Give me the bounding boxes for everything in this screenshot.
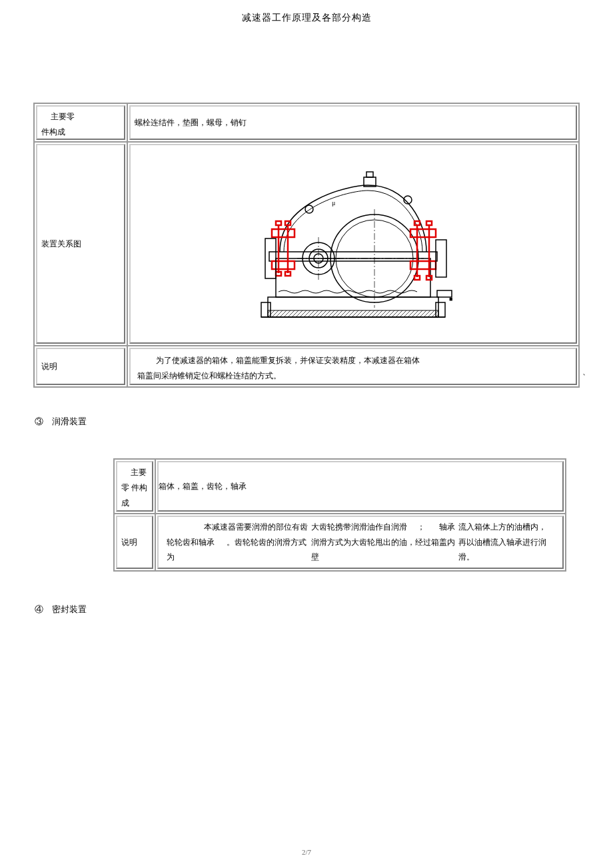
svg-rect-34 bbox=[414, 276, 420, 280]
description-label: 说明 bbox=[41, 359, 57, 374]
svg-rect-29 bbox=[410, 261, 436, 269]
diagram-label: 装置关系图 bbox=[41, 236, 81, 252]
page-header: 减速器工作原理及各部分构造 bbox=[0, 0, 613, 24]
diagram-mark-right: ■ bbox=[449, 296, 452, 302]
svg-rect-35 bbox=[426, 276, 432, 280]
diagram-cell: μ ■ bbox=[129, 144, 577, 344]
desc-line3: 流入箱体上方的油槽内，再以油槽流入轴承进行润滑。 bbox=[458, 520, 554, 565]
section-marker: ③ bbox=[35, 416, 43, 426]
gearbox-diagram: μ ■ bbox=[249, 160, 457, 328]
svg-rect-24 bbox=[285, 221, 291, 225]
document-title: 减速器工作原理及各部分构造 bbox=[242, 13, 372, 23]
svg-rect-26 bbox=[285, 272, 291, 276]
desc-line2: 大齿轮携带润滑油作自润滑 ； 轴承润滑方式为大齿轮甩出的油，经过箱盖内壁 bbox=[311, 520, 459, 565]
label-line1: 主要 bbox=[121, 465, 147, 480]
svg-rect-33 bbox=[426, 221, 432, 225]
overhang-punct: 、 bbox=[582, 366, 590, 378]
svg-point-8 bbox=[305, 205, 313, 213]
description-line2: 箱盖间采纳锥销定位和螺栓连结的方式。 bbox=[137, 368, 569, 384]
diagram-label-cell: 装置关系图 bbox=[36, 144, 125, 344]
svg-rect-27 bbox=[265, 238, 276, 278]
section-title: 密封装置 bbox=[52, 604, 87, 614]
svg-rect-1 bbox=[268, 310, 438, 317]
parts-label-cell: 主要 零 件构 成 bbox=[116, 461, 153, 512]
label-text-line1: 主要零 bbox=[41, 109, 75, 125]
page-footer: 2/7 bbox=[0, 848, 613, 856]
description-label: 说明 bbox=[121, 535, 137, 550]
table-row: 说明 为了使减速器的箱体，箱盖能重复拆装，并保证安装精度，本减速器在箱体 箱盖间… bbox=[34, 346, 579, 387]
content-area: 主要零 件构成 螺栓连结件，垫圈，螺母，销钉 装置关系图 bbox=[0, 103, 613, 616]
desc-l2b: ； bbox=[417, 522, 425, 532]
description-line1: 为了使减速器的箱体，箱盖能重复拆装，并保证安装精度，本减速器在箱体 bbox=[137, 353, 569, 368]
svg-rect-23 bbox=[276, 221, 281, 225]
parts-value: 螺栓连结件，垫圈，螺母，销钉 bbox=[135, 115, 247, 131]
svg-rect-7 bbox=[366, 172, 373, 177]
label-line3: 成 bbox=[121, 498, 129, 508]
parts-value: 箱体，箱盖，齿轮，轴承 bbox=[159, 479, 247, 494]
desc-line1: 本减速器需要润滑的部位有齿轮轮齿和轴承 。齿轮轮齿的润滑方式为 bbox=[167, 520, 311, 565]
parts-value-cell: 箱体，箱盖，齿轮，轴承 bbox=[157, 461, 564, 512]
table-row: 主要 零 件构 成 箱体，箱盖，齿轮，轴承 bbox=[114, 459, 566, 514]
svg-rect-20 bbox=[272, 261, 295, 269]
description-value-cell: 为了使减速器的箱体，箱盖能重复拆装，并保证安装精度，本减速器在箱体 箱盖间采纳锥… bbox=[129, 348, 577, 385]
desc-l2a: 大齿轮携带润滑油作自润滑 bbox=[311, 522, 407, 532]
parts-value-cell: 螺栓连结件，垫圈，螺母，销钉 bbox=[129, 105, 577, 140]
description-value-cell: 本减速器需要润滑的部位有齿轮轮齿和轴承 。齿轮轮齿的润滑方式为 大齿轮携带润滑油… bbox=[157, 516, 564, 569]
section-marker: ④ bbox=[35, 604, 43, 614]
svg-rect-5 bbox=[269, 252, 437, 261]
page-number: 2/7 bbox=[302, 848, 311, 856]
label-line2-left: 零 件构 bbox=[121, 483, 147, 492]
label-text-line2: 件构成 bbox=[41, 127, 65, 137]
section-heading-seal: ④ 密封装置 bbox=[35, 604, 580, 616]
assembly-table: 主要零 件构成 螺栓连结件，垫圈，螺母，销钉 装置关系图 bbox=[33, 103, 580, 388]
lubrication-table: 主要 零 件构 成 箱体，箱盖，齿轮，轴承 说明 bbox=[113, 458, 566, 572]
description-label-cell: 说明 bbox=[116, 516, 153, 569]
svg-rect-25 bbox=[276, 272, 281, 276]
table-row: 说明 本减速器需要润滑的部位有齿轮轮齿和轴承 。齿轮轮齿的润滑方式为 大齿轮携带… bbox=[114, 514, 566, 571]
svg-rect-32 bbox=[414, 221, 420, 225]
section-heading-lubrication: ③ 润滑装置 bbox=[35, 416, 580, 428]
table-row: 装置关系图 bbox=[34, 142, 579, 346]
diagram-mark: μ bbox=[332, 199, 335, 207]
section-title: 润滑装置 bbox=[52, 416, 87, 426]
description-label-cell: 说明 bbox=[36, 348, 125, 385]
table-row: 主要零 件构成 螺栓连结件，垫圈，螺母，销钉 bbox=[34, 103, 579, 142]
parts-label-cell: 主要零 件构成 bbox=[36, 105, 125, 140]
